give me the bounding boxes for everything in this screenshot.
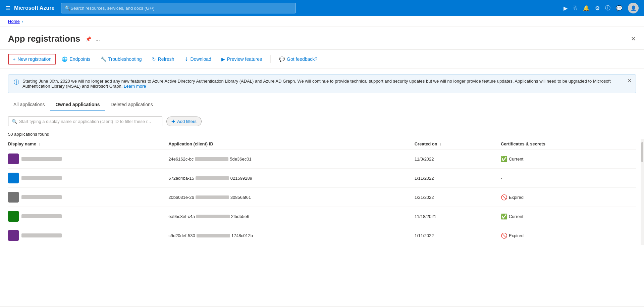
download-icon: ⇣ <box>184 56 189 62</box>
new-registration-button[interactable]: + New registration <box>8 54 56 64</box>
app-name-blurred <box>21 214 62 218</box>
table-header-row: Display name ↕ Application (client) ID C… <box>8 139 636 149</box>
info-banner-close[interactable]: ✕ <box>628 78 632 83</box>
plus-icon: + <box>13 56 15 62</box>
app-icon <box>8 154 19 164</box>
globe-icon: 🌐 <box>62 56 67 62</box>
app-name-blurred <box>21 157 62 161</box>
search-input[interactable] <box>70 6 292 11</box>
cell-client-id: 20b6031e-2b30856af61 <box>168 188 415 207</box>
cell-cert-status: ✅Current <box>501 149 636 169</box>
filter-input[interactable] <box>19 119 159 124</box>
tab-deleted-applications[interactable]: Deleted applications <box>105 98 158 111</box>
breadcrumb-separator: › <box>22 19 23 24</box>
preview-features-button[interactable]: ▶ Preview features <box>217 54 266 64</box>
table-row[interactable]: 24e6162c-bc5de36ec0111/3/2022✅Current <box>8 149 636 169</box>
filter-plus-icon: ✚ <box>171 119 175 124</box>
col-certificates: Certificates & secrets <box>501 139 636 149</box>
tab-all-applications[interactable]: All applications <box>8 98 50 111</box>
page-header-actions: 📌 … <box>86 36 100 42</box>
cell-display-name <box>8 149 168 169</box>
learn-more-link[interactable]: Learn more <box>124 84 146 89</box>
col-created-on[interactable]: Created on ↕ <box>415 139 501 149</box>
hamburger-menu[interactable]: ☰ <box>5 5 10 11</box>
brand-name: Microsoft Azure <box>14 5 54 11</box>
wrench-icon: 🔧 <box>101 56 106 62</box>
cell-client-id: 24e6162c-bc5de36ec01 <box>168 149 415 169</box>
cell-created-on: 11/3/2022 <box>415 149 501 169</box>
cell-display-name <box>8 169 168 188</box>
cell-client-id: c9d20def-5301748c012b <box>168 226 415 245</box>
got-feedback-button[interactable]: 💬 Got feedback? <box>275 54 322 64</box>
app-icon <box>8 192 19 203</box>
search-icon: 🔍 <box>65 5 70 11</box>
breadcrumb: Home › <box>0 16 644 27</box>
cell-created-on: 11/18/2021 <box>415 207 501 226</box>
sort-icon-name: ↕ <box>39 142 40 146</box>
table-row[interactable]: 672ad4ba-150215992891/11/2022- <box>8 169 636 188</box>
bell-icon[interactable]: 🔔 <box>583 5 590 11</box>
app-icon <box>8 173 19 183</box>
current-status-icon: ✅ <box>501 156 507 162</box>
help-icon[interactable]: ⓘ <box>605 5 610 12</box>
download-button[interactable]: ⇣ Download <box>180 54 216 64</box>
cell-cert-status: 🚫Expired <box>501 188 636 207</box>
more-options-icon[interactable]: … <box>95 36 100 42</box>
nav-icons: ▶ ☃ 🔔 ⚙ ⓘ 💬 👤 <box>564 3 639 13</box>
cell-created-on: 1/11/2022 <box>415 226 501 245</box>
refresh-icon: ↻ <box>152 56 156 62</box>
terminal-icon[interactable]: ▶ <box>564 5 568 11</box>
expired-status-icon: 🚫 <box>501 232 507 239</box>
tabs: All applications Owned applications Dele… <box>0 98 644 111</box>
app-icon <box>8 211 19 222</box>
sort-icon-created: ↕ <box>440 142 441 146</box>
table-row[interactable]: 20b6031e-2b30856af611/21/2022🚫Expired <box>8 188 636 207</box>
tab-owned-applications[interactable]: Owned applications <box>50 98 105 111</box>
scrollbar-thumb <box>641 142 643 162</box>
cloud-icon[interactable]: ☃ <box>573 5 578 11</box>
expired-status-icon: 🚫 <box>501 194 507 201</box>
cell-created-on: 1/21/2022 <box>415 188 501 207</box>
search-box[interactable]: 🔍 <box>61 3 296 13</box>
applications-table: Display name ↕ Application (client) ID C… <box>8 139 636 245</box>
app-name-blurred <box>21 195 62 199</box>
table-container: Display name ↕ Application (client) ID C… <box>0 139 644 245</box>
app-name-blurred <box>21 176 62 180</box>
preview-icon: ▶ <box>221 56 225 62</box>
filter-search-box[interactable]: 🔍 <box>8 117 162 126</box>
client-id-blur <box>196 215 230 218</box>
current-status-icon: ✅ <box>501 213 507 220</box>
info-icon: ⓘ <box>14 79 19 86</box>
avatar[interactable]: 👤 <box>628 3 639 13</box>
close-icon[interactable]: ✕ <box>631 35 636 43</box>
add-filters-button[interactable]: ✚ Add filters <box>166 117 202 126</box>
client-id-blur <box>195 157 228 161</box>
cell-client-id: 672ad4ba-15021599289 <box>168 169 415 188</box>
col-display-name[interactable]: Display name ↕ <box>8 139 168 149</box>
feedback-icon[interactable]: 💬 <box>616 5 623 11</box>
cell-cert-status: 🚫Expired <box>501 226 636 245</box>
page-header: App registrations 📌 … ✕ <box>0 27 644 50</box>
troubleshooting-button[interactable]: 🔧 Troubleshooting <box>96 54 146 64</box>
topnav: ☰ Microsoft Azure 🔍 ▶ ☃ 🔔 ⚙ ⓘ 💬 👤 <box>0 0 644 16</box>
table-row[interactable]: ea95c8ef-c4a2f5db5e611/18/2021✅Current <box>8 207 636 226</box>
gear-icon[interactable]: ⚙ <box>595 5 600 11</box>
toolbar-divider <box>270 55 271 63</box>
refresh-button[interactable]: ↻ Refresh <box>148 54 179 64</box>
pin-icon[interactable]: 📌 <box>86 36 91 42</box>
breadcrumb-home[interactable]: Home <box>8 19 20 24</box>
app-icon <box>8 230 19 241</box>
results-count: 50 applications found <box>0 129 644 139</box>
main-content: App registrations 📌 … ✕ + New registrati… <box>0 27 644 306</box>
col-app-id: Application (client) ID <box>168 139 415 149</box>
client-id-blur <box>196 195 229 199</box>
info-banner-text: Starting June 30th, 2020 we will no long… <box>22 79 630 89</box>
endpoints-button[interactable]: 🌐 Endpoints <box>57 54 95 64</box>
table-row[interactable]: c9d20def-5301748c012b1/11/2022🚫Expired <box>8 226 636 245</box>
info-banner: ⓘ Starting June 30th, 2020 we will no lo… <box>8 74 636 93</box>
scrollbar[interactable] <box>641 139 644 245</box>
filter-search-icon: 🔍 <box>12 119 17 124</box>
feedback-toolbar-icon: 💬 <box>279 56 285 62</box>
app-name-blurred <box>21 233 62 237</box>
cell-client-id: ea95c8ef-c4a2f5db5e6 <box>168 207 415 226</box>
